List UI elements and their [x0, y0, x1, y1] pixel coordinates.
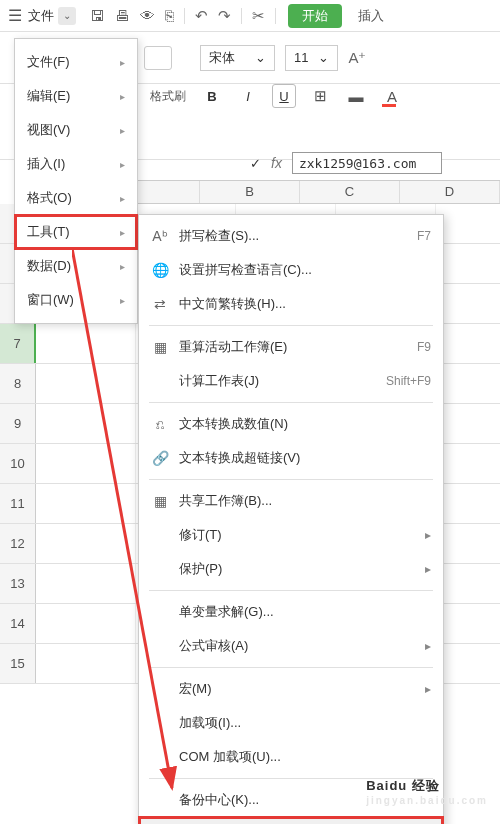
- submenu-label: 重算活动工作簿(E): [179, 338, 407, 356]
- col-header[interactable]: C: [300, 181, 400, 203]
- file-label: 文件: [28, 7, 54, 25]
- paste-button[interactable]: [144, 46, 172, 70]
- quick-toolbar: 🖫 🖶 👁 ⎘ ↶ ↷ ✂: [90, 7, 276, 25]
- submenu-label: 单变量求解(G)...: [179, 603, 431, 621]
- fx-icon[interactable]: fx: [271, 155, 282, 171]
- print-icon[interactable]: 🖶: [115, 7, 130, 24]
- menu-item[interactable]: 数据(D)▸: [15, 249, 137, 283]
- menu-item[interactable]: 窗口(W)▸: [15, 283, 137, 317]
- chevron-right-icon: ▸: [120, 227, 125, 238]
- font-color-button[interactable]: A: [380, 84, 404, 108]
- submenu-item[interactable]: ⇄中文简繁转换(H)...: [139, 287, 443, 321]
- fill-color-button[interactable]: ▬: [344, 84, 368, 108]
- row-header[interactable]: 10: [0, 444, 36, 483]
- menu-item[interactable]: 插入(I)▸: [15, 147, 137, 181]
- increase-font-icon[interactable]: A⁺: [348, 49, 366, 67]
- cell[interactable]: [36, 404, 136, 443]
- submenu-item[interactable]: ⎌文本转换成数值(N): [139, 407, 443, 441]
- cell[interactable]: [36, 524, 136, 563]
- separator: [275, 8, 276, 24]
- menu-icon: ▦: [151, 493, 169, 509]
- menu-item[interactable]: 编辑(E)▸: [15, 79, 137, 113]
- submenu-item[interactable]: ▦共享工作簿(B)...: [139, 484, 443, 518]
- col-header[interactable]: D: [400, 181, 500, 203]
- menu-item-label: 格式(O): [27, 189, 72, 207]
- submenu-item[interactable]: ▦重算活动工作簿(E)F9: [139, 330, 443, 364]
- row-header[interactable]: 15: [0, 644, 36, 683]
- insert-tab[interactable]: 插入: [358, 7, 384, 25]
- cell[interactable]: [36, 604, 136, 643]
- bold-button[interactable]: B: [200, 84, 224, 108]
- submenu-label: COM 加载项(U)...: [179, 748, 431, 766]
- cell[interactable]: [36, 564, 136, 603]
- chevron-down-icon: ⌄: [318, 50, 329, 65]
- submenu-item[interactable]: 计算工作表(J)Shift+F9: [139, 364, 443, 398]
- submenu-item[interactable]: 单变量求解(G)...: [139, 595, 443, 629]
- row-header[interactable]: 12: [0, 524, 36, 563]
- cell[interactable]: [36, 444, 136, 483]
- menu-icon[interactable]: ☰: [8, 6, 22, 25]
- border-button[interactable]: ⊞: [308, 84, 332, 108]
- submenu-item[interactable]: 🔗文本转换成超链接(V): [139, 441, 443, 475]
- menu-item[interactable]: 格式(O)▸: [15, 181, 137, 215]
- italic-button[interactable]: I: [236, 84, 260, 108]
- chevron-right-icon: ▸: [425, 639, 431, 653]
- cut-icon[interactable]: ✂: [252, 7, 265, 25]
- menu-item[interactable]: 视图(V)▸: [15, 113, 137, 147]
- submenu-label: 修订(T): [179, 526, 415, 544]
- cell[interactable]: [36, 484, 136, 523]
- submenu-item[interactable]: 加载项(I)...: [139, 706, 443, 740]
- chevron-down-icon[interactable]: ⌄: [58, 7, 76, 25]
- row-header[interactable]: 7: [0, 324, 36, 363]
- preview-icon[interactable]: 👁: [140, 7, 155, 24]
- cell[interactable]: [36, 644, 136, 683]
- menu-item[interactable]: 工具(T)▸: [15, 215, 137, 249]
- chevron-right-icon: ▸: [120, 125, 125, 136]
- insert-function-icon[interactable]: ✓: [250, 156, 261, 171]
- row-header[interactable]: 14: [0, 604, 36, 643]
- clipboard-icon: [144, 46, 172, 70]
- menu-item-label: 插入(I): [27, 155, 65, 173]
- font-family-select[interactable]: 宋体⌄: [200, 45, 275, 71]
- submenu-item[interactable]: Aᵇ拼写检查(S)...F7: [139, 219, 443, 253]
- file-menu[interactable]: 文件 ⌄: [28, 7, 76, 25]
- row-header[interactable]: 11: [0, 484, 36, 523]
- separator: [149, 402, 433, 403]
- submenu-item[interactable]: 宏(M)▸: [139, 672, 443, 706]
- submenu-item[interactable]: 🌐设置拼写检查语言(C)...: [139, 253, 443, 287]
- format-tools: B I U ⊞ ▬ A: [200, 84, 404, 108]
- chevron-right-icon: ▸: [425, 682, 431, 696]
- submenu-item[interactable]: COM 加载项(U)...: [139, 740, 443, 774]
- row-header[interactable]: 8: [0, 364, 36, 403]
- font-size-select[interactable]: 11⌄: [285, 45, 338, 71]
- submenu-label: 设置拼写检查语言(C)...: [179, 261, 431, 279]
- separator: [149, 590, 433, 591]
- chevron-right-icon: ▸: [120, 193, 125, 204]
- col-header[interactable]: B: [200, 181, 300, 203]
- format-painter[interactable]: 格式刷: [150, 88, 186, 105]
- submenu-item[interactable]: 修订(T)▸: [139, 518, 443, 552]
- submenu-item[interactable]: 公式审核(A)▸: [139, 629, 443, 663]
- save-icon[interactable]: 🖫: [90, 7, 105, 24]
- start-tab[interactable]: 开始: [288, 4, 342, 28]
- titlebar: ☰ 文件 ⌄ 🖫 🖶 👁 ⎘ ↶ ↷ ✂ 开始 插入: [0, 0, 500, 32]
- redo-icon[interactable]: ↷: [218, 7, 231, 25]
- undo-icon[interactable]: ↶: [195, 7, 208, 25]
- formula-bar: ✓ fx: [250, 152, 442, 174]
- submenu-item[interactable]: 保护(P)▸: [139, 552, 443, 586]
- underline-button[interactable]: U: [272, 84, 296, 108]
- menu-item[interactable]: 文件(F)▸: [15, 45, 137, 79]
- submenu-label: 保护(P): [179, 560, 415, 578]
- shortcut-label: Shift+F9: [386, 374, 431, 388]
- formula-input[interactable]: [292, 152, 442, 174]
- watermark: Baidu 经验 jingyan.baidu.com: [366, 772, 488, 806]
- submenu-label: 加载项(I)...: [179, 714, 431, 732]
- row-header[interactable]: 9: [0, 404, 36, 443]
- separator: [149, 325, 433, 326]
- doc-icon[interactable]: ⎘: [165, 7, 174, 24]
- menu-icon: ⇄: [151, 296, 169, 312]
- submenu-item[interactable]: ⚙选项(O)...: [139, 817, 443, 824]
- cell[interactable]: [36, 324, 136, 363]
- row-header[interactable]: 13: [0, 564, 36, 603]
- cell[interactable]: [36, 364, 136, 403]
